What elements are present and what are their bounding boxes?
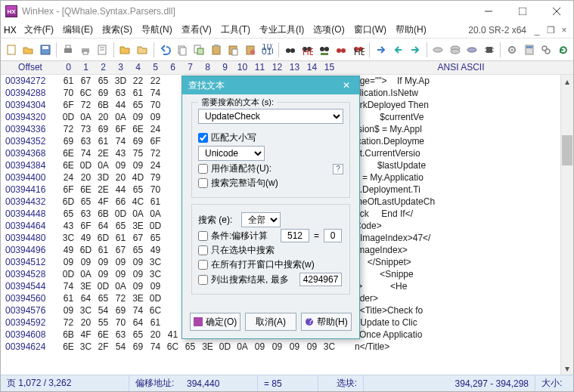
goto-icon[interactable] — [374, 42, 388, 58]
paste-icon[interactable] — [209, 42, 223, 58]
wildcard-char-box[interactable]: ? — [333, 164, 343, 174]
hex-ascii[interactable]: $ = My.Applicatio — [349, 171, 573, 184]
help-button[interactable]: ?帮助(H) — [301, 313, 352, 331]
binary-icon[interactable]: 101010 — [259, 42, 274, 58]
back-icon[interactable] — [391, 42, 405, 58]
hex-ascii[interactable]: orkDeployed Then — [349, 99, 573, 111]
gear-icon[interactable] — [504, 42, 519, 58]
mdi-min-icon[interactable]: _ — [531, 24, 543, 36]
paste2-icon[interactable] — [225, 42, 240, 58]
svg-point-27 — [290, 48, 295, 53]
disk3-icon[interactable] — [464, 42, 479, 58]
hex-ascii[interactable]: meOfLastUpdateCh — [349, 196, 573, 208]
hex-col-header: 8 — [199, 61, 216, 74]
binoculars-hex-icon[interactable]: HEX — [299, 42, 314, 58]
hex-ascii[interactable]: n $lastUpdate — [349, 159, 573, 171]
scroll-up-icon[interactable]: ▴ — [561, 75, 573, 88]
cancel-button[interactable]: 取消(A) — [245, 313, 296, 331]
copy-icon[interactable] — [175, 42, 189, 58]
hex-ascii[interactable]: plication.IsNetw — [349, 87, 573, 99]
gears-icon[interactable] — [538, 42, 553, 58]
hex-ascii[interactable]: ication.Deployme — [349, 135, 573, 147]
menu-help[interactable]: 帮助(H) — [391, 22, 431, 38]
menu-search[interactable]: 搜索(S) — [98, 22, 137, 38]
hex-ascii[interactable]: $currentVe — [349, 111, 573, 123]
hex-ascii[interactable]: Code> — [349, 220, 573, 232]
hex-ascii[interactable]: r Update to Clic — [349, 316, 573, 329]
paste3-icon[interactable] — [243, 42, 257, 58]
new-icon[interactable] — [4, 42, 18, 58]
encoding-select[interactable]: Unicode — [198, 146, 265, 161]
disk2-icon[interactable] — [448, 42, 462, 58]
vertical-scrollbar[interactable]: ▴ ▾ — [560, 75, 573, 375]
cond-val1-input[interactable] — [281, 229, 309, 242]
hex-ascii[interactable]: <Snippe — [349, 268, 573, 280]
hex-row[interactable]: 003946246E3C2F5469746C653E0D0A090909093C… — [1, 341, 573, 353]
mdi-close-icon[interactable]: × — [558, 24, 570, 36]
only-block-checkbox[interactable] — [198, 245, 208, 255]
list-max-input[interactable] — [299, 273, 342, 286]
hex-ascii[interactable]: ImageIndex> — [349, 244, 573, 256]
menu-spec[interactable]: 专业工具(I) — [255, 22, 309, 38]
hex-ascii[interactable]: n</Title> — [349, 341, 573, 353]
dialog-close-button[interactable]: ✕ — [340, 79, 353, 92]
maximize-button[interactable] — [505, 1, 539, 22]
chip-icon[interactable] — [482, 42, 496, 58]
menu-window[interactable]: 窗口(W) — [349, 22, 391, 38]
hex-ascii[interactable]: n.Deployment.Ti — [349, 184, 573, 196]
binoculars-red-icon[interactable] — [334, 42, 348, 58]
open-icon[interactable] — [20, 42, 35, 58]
hex-ascii[interactable]: <Title>Check fo — [349, 304, 573, 316]
wildcard-checkbox[interactable] — [198, 164, 208, 174]
scroll-down-icon[interactable]: ▾ — [561, 362, 573, 375]
menu-options[interactable]: 选项(O) — [309, 22, 349, 38]
minimize-button[interactable] — [471, 1, 505, 22]
menu-view[interactable]: 查看(V) — [177, 22, 216, 38]
binoculars-icon[interactable] — [283, 42, 297, 58]
hex-col-header: 2 — [95, 61, 112, 74]
hex-ascii[interactable]: rsion$ = My.Appl — [349, 123, 573, 135]
search-text-input[interactable]: UpdateCheck — [198, 109, 343, 124]
cond-offset-checkbox[interactable] — [198, 231, 208, 241]
hex-ascii[interactable]: kOnce Applicatio — [349, 329, 573, 341]
match-case-checkbox[interactable] — [198, 133, 208, 143]
printer-icon[interactable] — [78, 42, 92, 58]
whole-word-checkbox[interactable] — [198, 178, 208, 188]
hex-ascii[interactable]: ader> — [349, 292, 573, 304]
menu-edit[interactable]: 编辑(E) — [58, 22, 98, 38]
menu-nav[interactable]: 导航(N) — [137, 22, 177, 38]
properties-icon[interactable] — [95, 42, 109, 58]
hex-ascii[interactable]: eck End If</ — [349, 208, 573, 220]
hex-ascii[interactable]: </Snippet> — [349, 256, 573, 268]
dialog-title: 查找文本 — [188, 79, 225, 92]
binoculars-text-icon[interactable] — [317, 42, 331, 58]
hex-offset: 00394560 — [1, 292, 60, 304]
hex-ascii[interactable]: t> <He — [349, 280, 573, 292]
menu-file[interactable]: 文件(F) — [20, 22, 58, 38]
close-button[interactable] — [539, 1, 573, 22]
menu-tools[interactable]: 工具(T) — [216, 22, 255, 38]
refresh-icon[interactable] — [556, 42, 570, 58]
hex-ascii[interactable]: age=""> If My.Ap — [349, 75, 573, 87]
forward-icon[interactable] — [408, 42, 422, 58]
hex-bytes[interactable]: 6E3C2F5469746C653E0D0A090909093C — [60, 341, 349, 353]
copy2-icon[interactable] — [192, 42, 206, 58]
print-icon[interactable] — [61, 42, 75, 58]
search-scope-select[interactable]: 全部 — [241, 212, 281, 227]
hex-ascii[interactable]: nt.CurrentVersio — [349, 147, 573, 159]
hex-ascii[interactable]: <ImageIndex>47</ — [349, 232, 573, 244]
binoculars-red2-icon[interactable]: HEX — [351, 42, 365, 58]
list-results-checkbox[interactable] — [198, 275, 208, 285]
ok-button[interactable]: 确定(O) — [190, 313, 240, 331]
save-icon[interactable] — [38, 42, 52, 58]
scroll-thumb[interactable] — [562, 135, 572, 165]
cond-val2-input[interactable] — [324, 229, 342, 242]
disk-icon[interactable] — [430, 42, 445, 58]
svg-rect-54 — [194, 317, 203, 326]
undo-icon[interactable] — [158, 42, 172, 58]
mdi-restore-icon[interactable]: ❐ — [545, 24, 557, 36]
all-windows-checkbox[interactable] — [198, 260, 208, 270]
calc-icon[interactable] — [522, 42, 536, 58]
folder2-icon[interactable] — [135, 42, 149, 58]
folder-icon[interactable] — [118, 42, 132, 58]
